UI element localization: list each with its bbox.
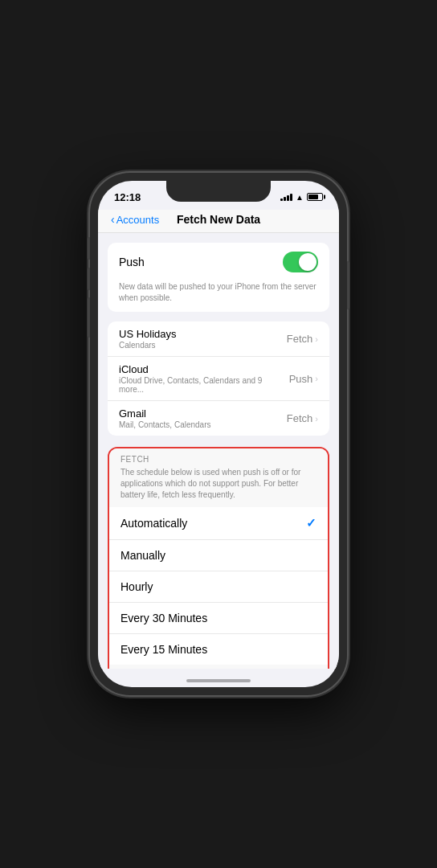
fetch-option-label-hourly: Hourly [120,580,153,593]
account-name-icloud: iCloud [119,363,289,375]
account-info-gmail: Gmail Mail, Contacts, Calendars [119,407,211,429]
chevron-right-icon: › [315,374,318,383]
account-sub-us-holidays: Calendars [119,341,177,350]
volume-mute-button [88,237,90,260]
fetch-option-every-30[interactable]: Every 30 Minutes [109,603,328,634]
account-status-gmail: Fetch › [287,412,318,424]
checkmark-icon: ✓ [306,516,317,530]
account-row-us-holidays[interactable]: US Holidays Calendars Fetch › [108,321,329,357]
status-time: 12:18 [114,191,141,203]
account-fetch-label-gmail: Fetch [287,412,313,424]
fetch-highlighted-box: FETCH The schedule below is used when pu… [108,447,329,669]
fetch-option-automatically[interactable]: Automatically ✓ [109,507,328,540]
fetch-description: The schedule below is used when push is … [109,464,328,507]
account-row-gmail[interactable]: Gmail Mail, Contacts, Calendars Fetch › [108,401,329,436]
account-info-us-holidays: US Holidays Calendars [119,328,177,350]
push-card: Push New data will be pushed to your iPh… [108,243,329,312]
account-sub-icloud: iCloud Drive, Contacts, Calendars and 9 … [119,376,289,394]
page-title: Fetch New Data [167,213,270,226]
account-row-icloud[interactable]: iCloud iCloud Drive, Contacts, Calendars… [108,357,329,401]
push-toggle[interactable] [283,252,318,272]
phone-frame: 12:18 ▲ ‹ Accounts Fetch New Data [90,173,347,695]
fetch-option-label-automatically: Automatically [120,517,187,530]
power-button [347,261,349,309]
fetch-option-label-every-15: Every 15 Minutes [120,643,207,656]
wifi-icon: ▲ [296,193,304,202]
back-chevron-icon: ‹ [111,213,115,226]
account-sub-gmail: Mail, Contacts, Calendars [119,420,211,429]
fetch-option-every-15[interactable]: Every 15 Minutes [109,634,328,665]
fetch-option-manually[interactable]: Manually [109,540,328,571]
account-status-icloud: Push › [289,373,318,385]
fetch-footer-description: Your iPhone will fetch new data in the b… [109,665,328,669]
push-label: Push [119,256,145,268]
account-name-gmail: Gmail [119,407,211,420]
push-row: Push [108,243,329,281]
fetch-option-label-every-30: Every 30 Minutes [120,612,207,624]
chevron-right-icon: › [315,414,318,424]
status-icons: ▲ [280,193,323,202]
signal-icon [280,193,292,201]
account-name-us-holidays: US Holidays [119,328,177,340]
chevron-right-icon: › [315,334,318,344]
notch [166,181,271,202]
phone-screen: 12:18 ▲ ‹ Accounts Fetch New Data [98,181,339,687]
fetch-options-list: Automatically ✓ Manually Hourly Every 30… [109,507,328,665]
account-status-us-holidays: Fetch › [287,333,318,345]
content-area: Push New data will be pushed to your iPh… [98,233,339,669]
account-fetch-label-us-holidays: Fetch [287,333,313,345]
account-fetch-label-icloud: Push [289,373,313,385]
accounts-list: US Holidays Calendars Fetch › iCloud iCl… [108,321,329,436]
battery-icon [307,193,323,201]
fetch-section-label: FETCH [120,455,317,464]
fetch-section: FETCH The schedule below is used when pu… [108,447,329,669]
account-info-icloud: iCloud iCloud Drive, Contacts, Calendars… [119,363,289,394]
volume-down-button [88,297,90,338]
back-label: Accounts [116,214,159,226]
home-indicator [186,679,251,682]
fetch-option-label-manually: Manually [120,549,165,562]
toggle-thumb [299,253,317,271]
fetch-option-hourly[interactable]: Hourly [109,571,328,603]
push-description: New data will be pushed to your iPhone f… [108,281,329,312]
back-button[interactable]: ‹ Accounts [111,213,167,226]
volume-up-button [88,268,90,290]
fetch-header: FETCH [109,448,328,464]
navigation-bar: ‹ Accounts Fetch New Data [98,210,339,233]
